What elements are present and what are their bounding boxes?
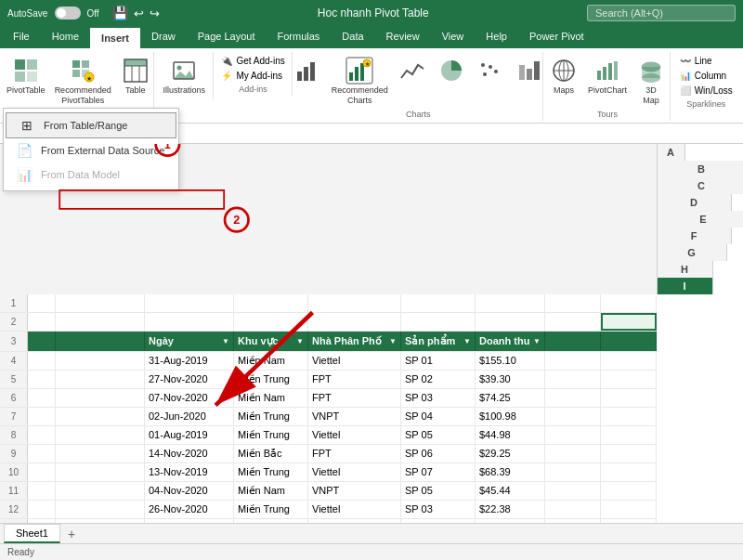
cell-1g[interactable] [476, 294, 545, 312]
cell-date[interactable]: 26-Nov-2020 [145, 501, 234, 518]
cell[interactable] [28, 426, 56, 444]
header-cell-a[interactable] [28, 332, 56, 351]
my-addins-button[interactable]: ⚡ My Add-ins [217, 69, 288, 83]
cell[interactable] [601, 445, 657, 462]
cell-1d[interactable] [234, 294, 308, 312]
cell-date[interactable]: 27-Nov-2020 [145, 371, 234, 388]
tab-powerpivot[interactable]: Power Pivot [518, 26, 595, 48]
cell-distributor[interactable]: FPT [308, 389, 401, 407]
cell[interactable] [545, 463, 601, 481]
cell-1c[interactable] [145, 294, 234, 312]
maps-button[interactable]: Maps [545, 54, 582, 98]
cell-revenue[interactable]: $44.98 [476, 426, 545, 444]
col-header-g[interactable]: G [658, 244, 727, 261]
cell-revenue[interactable]: $68.39 [476, 463, 545, 481]
cell-distributor[interactable]: VNPT [308, 408, 401, 425]
header-cell-sanpham[interactable]: Sản phẩm ▼ [401, 332, 476, 351]
save-icon[interactable]: 💾 [112, 6, 128, 20]
cell-2h[interactable] [545, 313, 601, 331]
cell-distributor[interactable]: FPT [308, 445, 401, 462]
cell-2i[interactable] [601, 313, 657, 331]
cell[interactable] [601, 371, 657, 388]
header-cell-nhaphanpho[interactable]: Nhà Phân Phố ▼ [308, 332, 401, 351]
cell-region[interactable]: Miền Bắc [234, 445, 308, 462]
col-header-e[interactable]: E [658, 211, 744, 228]
cell-distributor[interactable]: Viettel [308, 463, 401, 481]
header-cell-b[interactable] [56, 332, 145, 351]
cell-2d[interactable] [234, 313, 308, 331]
header-cell-i[interactable] [601, 332, 657, 351]
cell-distributor[interactable]: FPT [308, 519, 401, 523]
header-cell-khuvuc[interactable]: Khu vực ▼ [234, 332, 308, 351]
table-button[interactable]: Table [117, 54, 154, 98]
cell[interactable] [28, 482, 56, 500]
cell-product[interactable]: SP 07 [401, 463, 476, 481]
cell-revenue[interactable]: $22.38 [476, 501, 545, 518]
search-input[interactable] [587, 5, 736, 21]
cell[interactable] [28, 352, 56, 370]
insert-line-chart-button[interactable] [394, 54, 431, 87]
tab-insert[interactable]: Insert [90, 26, 140, 48]
cell[interactable] [545, 352, 601, 370]
insert-other-charts-button[interactable] [511, 54, 548, 87]
tab-draw[interactable]: Draw [140, 26, 187, 48]
cell-product[interactable]: SP 02 [401, 519, 476, 523]
cell-2b[interactable] [56, 313, 145, 331]
dropdown-from-external[interactable]: 📄 From External Data Source [4, 138, 178, 163]
cell-product[interactable]: SP 06 [401, 445, 476, 462]
filter-arrow-nhaphanpho[interactable]: ▼ [389, 337, 397, 345]
cell-region[interactable]: Miền Trung [234, 371, 308, 388]
cell-1h[interactable] [545, 294, 601, 312]
cell[interactable] [28, 501, 56, 518]
cell[interactable] [56, 482, 145, 500]
redo-icon[interactable]: ↪ [150, 7, 160, 20]
recommended-pivot-tables-button[interactable]: ★ RecommendedPivotTables [51, 54, 115, 108]
cell-date[interactable]: 02-Jun-2020 [145, 408, 234, 425]
sheet-tab-sheet1[interactable]: Sheet1 [4, 524, 60, 543]
add-sheet-button[interactable]: + [62, 525, 81, 543]
cell[interactable] [545, 482, 601, 500]
cell-revenue[interactable]: $155.10 [476, 352, 545, 370]
cell[interactable] [601, 501, 657, 518]
cell[interactable] [56, 426, 145, 444]
filter-arrow-doanhthu[interactable]: ▼ [533, 337, 541, 345]
cell[interactable] [545, 501, 601, 518]
cell[interactable] [545, 408, 601, 425]
insert-pie-chart-button[interactable] [433, 54, 470, 87]
filter-arrow-khuvuc[interactable]: ▼ [296, 337, 304, 345]
cell-product[interactable]: SP 03 [401, 389, 476, 407]
cell-date[interactable]: 14-Nov-2020 [145, 445, 234, 462]
cell-product[interactable]: SP 05 [401, 426, 476, 444]
filter-arrow-sanpham[interactable]: ▼ [463, 337, 471, 345]
cell-1e[interactable] [308, 294, 401, 312]
cell-2g[interactable] [476, 313, 545, 331]
cell-product[interactable]: SP 04 [401, 408, 476, 425]
recommended-charts-button[interactable]: ★ RecommendedCharts [328, 54, 392, 108]
undo-icon[interactable]: ↩ [134, 7, 144, 20]
cell-2a[interactable] [28, 313, 56, 331]
cell-product[interactable]: SP 01 [401, 352, 476, 370]
cell-distributor[interactable]: FPT [308, 371, 401, 388]
col-header-d[interactable]: D [658, 194, 732, 211]
col-header-a[interactable]: A [658, 144, 685, 161]
cell[interactable] [601, 389, 657, 407]
filter-arrow-ngay[interactable]: ▼ [222, 337, 229, 345]
cell-region[interactable]: Miền Nam [234, 482, 308, 500]
autosave-toggle[interactable] [55, 7, 81, 20]
get-addins-button[interactable]: 🔌 Get Add-ins [217, 54, 288, 68]
header-cell-ngay[interactable]: Ngày ▼ [145, 332, 234, 351]
header-cell-h[interactable] [545, 332, 601, 351]
cell[interactable] [601, 426, 657, 444]
cell[interactable] [545, 519, 601, 523]
sparkline-column-button[interactable]: 📊 Column [676, 69, 736, 83]
cell-region[interactable]: Miền Nam [234, 352, 308, 370]
cell[interactable] [28, 408, 56, 425]
cell-region[interactable]: Miền Trung [234, 501, 308, 518]
cell-product[interactable]: SP 02 [401, 371, 476, 388]
insert-scatter-chart-button[interactable] [472, 54, 509, 87]
cell[interactable] [28, 389, 56, 407]
cell-revenue[interactable]: $49.25 [476, 519, 545, 523]
cell-date[interactable]: 07-Nov-2020 [145, 389, 234, 407]
cell-distributor[interactable]: Viettel [308, 501, 401, 518]
cell-revenue[interactable]: $39.30 [476, 371, 545, 388]
